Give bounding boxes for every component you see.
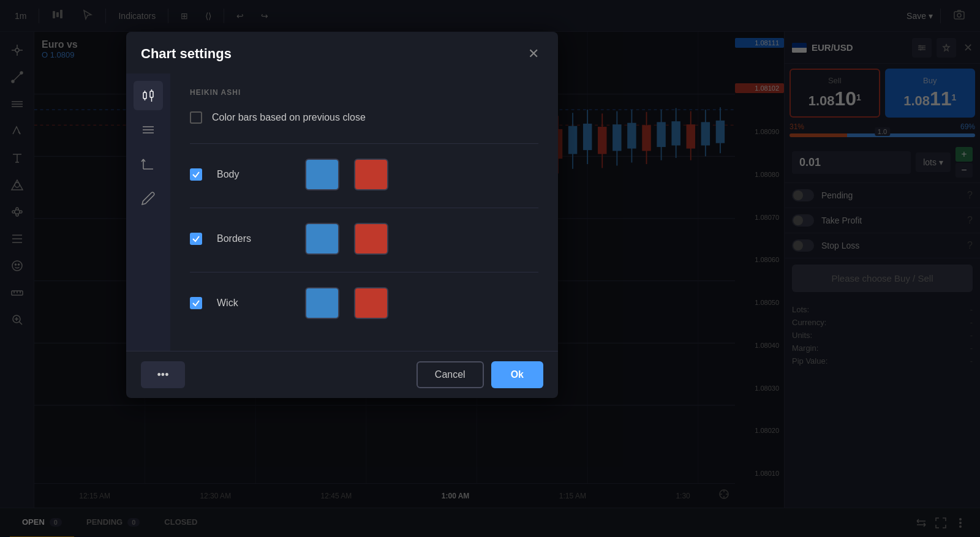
modal-nav-candle[interactable]	[134, 81, 163, 110]
color-bars-label: Color bars based on previous close	[212, 112, 366, 123]
borders-color-blue[interactable]	[305, 223, 339, 255]
separator-2	[190, 208, 538, 208]
svg-rect-143	[143, 92, 146, 99]
cancel-button[interactable]: Cancel	[417, 361, 484, 388]
more-options-button[interactable]: •••	[141, 361, 185, 388]
modal-nav	[126, 73, 170, 351]
modal-overlay[interactable]: Chart settings ✕	[0, 0, 980, 537]
separator-3	[190, 272, 538, 272]
modal-header: Chart settings ✕	[126, 32, 558, 73]
modal-nav-pencil[interactable]	[134, 184, 163, 213]
modal-nav-axes[interactable]	[134, 149, 163, 179]
wick-color-red[interactable]	[354, 287, 388, 319]
body-row: Body	[190, 159, 538, 190]
chart-settings-modal: Chart settings ✕	[126, 32, 558, 398]
borders-color-red[interactable]	[354, 223, 388, 255]
modal-content: HEIKIN ASHI Color bars based on previous…	[170, 73, 558, 351]
wick-checkbox[interactable]	[190, 297, 202, 309]
borders-row: Borders	[190, 223, 538, 255]
modal-footer: ••• Cancel Ok	[126, 351, 558, 398]
body-checkbox[interactable]	[190, 168, 202, 181]
borders-label: Borders	[217, 233, 290, 244]
color-bars-checkbox[interactable]	[190, 111, 202, 124]
wick-label: Wick	[217, 298, 290, 309]
body-label: Body	[217, 169, 290, 180]
body-color-red[interactable]	[354, 159, 388, 190]
body-color-blue[interactable]	[305, 159, 339, 190]
color-bars-row: Color bars based on previous close	[190, 111, 538, 124]
modal-section-title: HEIKIN ASHI	[190, 88, 538, 97]
separator-1	[190, 143, 538, 144]
svg-rect-146	[150, 91, 153, 97]
ok-button[interactable]: Ok	[491, 361, 543, 388]
wick-row: Wick	[190, 287, 538, 319]
modal-nav-lines[interactable]	[134, 115, 163, 145]
wick-color-blue[interactable]	[305, 287, 339, 319]
modal-close-button[interactable]: ✕	[524, 44, 543, 64]
modal-body: HEIKIN ASHI Color bars based on previous…	[126, 73, 558, 351]
borders-checkbox[interactable]	[190, 233, 202, 245]
modal-title: Chart settings	[141, 46, 232, 62]
